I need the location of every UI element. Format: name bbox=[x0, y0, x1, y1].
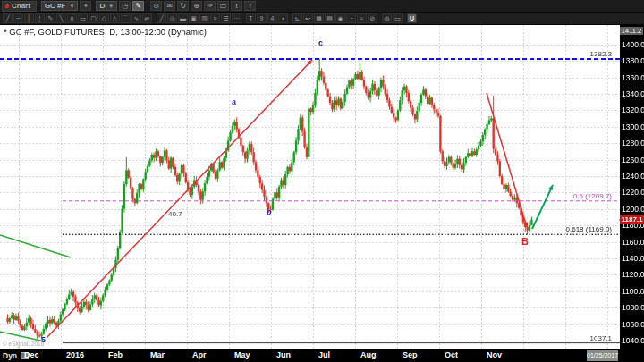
draw-tool-icon[interactable]: ✎ bbox=[132, 1, 144, 11]
measure-label: 40.7 bbox=[168, 210, 182, 218]
print-icon[interactable]: ✑ bbox=[204, 1, 216, 11]
level-label: 1382.3 bbox=[590, 50, 612, 58]
tool-icon[interactable]: ⊘ bbox=[368, 13, 377, 23]
quote-icon[interactable]: ⊙ bbox=[150, 1, 162, 11]
price-axis-label: 1160.0 bbox=[622, 238, 644, 247]
price-axis-label: 1240.0 bbox=[622, 172, 644, 181]
tool-icon[interactable]: ▬ bbox=[178, 13, 188, 23]
chart-tab[interactable]: Chart bbox=[2, 1, 37, 12]
facebook-icon[interactable]: f bbox=[244, 1, 256, 11]
tool-icon[interactable]: ▤ bbox=[325, 13, 335, 23]
tool-icon[interactable]: 4 bbox=[267, 13, 277, 23]
last-price-box: 1187.1 bbox=[620, 215, 644, 224]
price-axis-label: 1320.0 bbox=[622, 105, 644, 114]
underline-tool-icon[interactable]: U bbox=[407, 13, 417, 23]
session-high-box: 1411.2 bbox=[620, 27, 643, 35]
price-axis-label: 1140.0 bbox=[622, 254, 644, 263]
time-axis-label: Apr bbox=[192, 350, 207, 359]
tool-icon[interactable]: ⌒ bbox=[121, 13, 131, 23]
price-axis-label: 1060.0 bbox=[622, 320, 644, 329]
tool-icon[interactable]: 9 bbox=[257, 13, 267, 23]
time-axis-label: Dec bbox=[24, 350, 39, 359]
tool-icon[interactable]: ◇ bbox=[99, 13, 109, 23]
price-axis-label: 1080.0 bbox=[622, 303, 644, 312]
wave-label: c bbox=[318, 38, 323, 47]
price-axis-label: 1380.0 bbox=[622, 56, 644, 65]
tool-icon[interactable]: ☰ bbox=[221, 13, 231, 23]
twitter-icon[interactable]: t bbox=[231, 1, 242, 11]
time-axis-label: Jun bbox=[276, 350, 291, 359]
tool-icon[interactable]: ¦ bbox=[35, 13, 45, 23]
level-label: 0.5 (1209.7) bbox=[573, 192, 612, 200]
time-axis-label: Feb bbox=[108, 350, 123, 359]
wave-label: B bbox=[521, 236, 529, 247]
price-axis-label: 1400.0 bbox=[622, 40, 644, 49]
time-axis[interactable]: Dyn Dec2016FebMarAprMayJunJulAugSepOctNo… bbox=[0, 349, 644, 362]
tool-icon[interactable]: ▪ bbox=[278, 13, 288, 23]
tool-icon[interactable]: ╲ bbox=[56, 13, 66, 23]
tool-icon[interactable]: ◍ bbox=[382, 13, 392, 23]
price-axis-label: 1040.0 bbox=[622, 336, 644, 345]
time-axis-label: Oct bbox=[445, 350, 458, 359]
tool-icon[interactable]: ✎ bbox=[46, 13, 55, 23]
time-axis-label: May bbox=[234, 350, 250, 359]
time-axis-label: 2016 bbox=[66, 350, 84, 359]
chart-title: * GC #F, GOLD FUTURES, D, 13:00-12:00 (D… bbox=[4, 27, 207, 37]
price-axis-label: 1220.0 bbox=[622, 188, 644, 197]
tool-icon[interactable]: ↜ bbox=[303, 13, 313, 23]
level-label: 1037.1 bbox=[590, 334, 612, 342]
chevron-down-icon: ▼ bbox=[108, 4, 114, 9]
price-axis-label: 1340.0 bbox=[622, 89, 644, 98]
time-axis-label: Nov bbox=[487, 350, 502, 359]
time-axis-label: Sep bbox=[402, 350, 418, 359]
dyn-mode-label: Dyn bbox=[3, 351, 17, 360]
wave-label: 5 bbox=[41, 335, 46, 344]
drawing-toolbar: ╱─│¦✎╲⋔▭▢◇△⌒∿⇌╱◎▬▣▥≡☰⋯T94▪⊾↜▦▤◉◔≈⊘◍▭ U bbox=[0, 13, 644, 25]
symbol-input[interactable]: GC #F ▼ bbox=[41, 1, 79, 11]
layout-icon[interactable]: ▭ bbox=[217, 1, 229, 11]
tool-icon[interactable]: ▭ bbox=[78, 13, 88, 23]
esignal-chart-window: Chart GC #F ▼ ⌖ D ▼ ◷ ✎ ⊙✉↻⊕✑▭tf ╱─│¦✎╲⋔… bbox=[0, 0, 644, 362]
tool-icon[interactable]: ─ bbox=[13, 13, 23, 23]
alert-icon[interactable]: ✉ bbox=[164, 1, 175, 11]
tool-icon[interactable]: ≡ bbox=[210, 13, 220, 23]
esignal-watermark: © eSignal, 2016 bbox=[3, 341, 44, 347]
chevron-down-icon: ▼ bbox=[69, 4, 74, 9]
tool-icon[interactable]: ⇌ bbox=[142, 13, 152, 23]
tool-icon[interactable]: ◎ bbox=[167, 13, 177, 23]
tool-icon[interactable]: ▦ bbox=[314, 13, 324, 23]
refresh-icon[interactable]: ↻ bbox=[177, 1, 189, 11]
price-axis-label: 1300.0 bbox=[622, 122, 644, 131]
wave-label: a bbox=[232, 97, 236, 106]
main-toolbar: Chart GC #F ▼ ⌖ D ▼ ◷ ✎ ⊙✉↻⊕✑▭tf bbox=[0, 0, 644, 13]
tool-icon[interactable]: △ bbox=[110, 13, 120, 23]
tool-icon[interactable]: ▭ bbox=[393, 13, 402, 23]
tool-icon[interactable]: ⋔ bbox=[67, 13, 77, 23]
chart-pane: * GC #F, GOLD FUTURES, D, 13:00-12:00 (D… bbox=[0, 25, 620, 349]
tool-icon[interactable]: ◔ bbox=[346, 13, 356, 23]
price-axis-label: 1260.0 bbox=[622, 156, 644, 164]
time-axis-label: Aug bbox=[360, 350, 377, 359]
tool-icon[interactable]: ⋯ bbox=[232, 13, 242, 23]
tool-icon[interactable]: ≈ bbox=[357, 13, 367, 23]
chart-tab-icon bbox=[5, 4, 9, 8]
tool-icon[interactable]: ╱ bbox=[157, 13, 166, 23]
tool-icon[interactable]: ∿ bbox=[131, 13, 141, 23]
price-chart-canvas[interactable] bbox=[0, 25, 620, 349]
tool-icon[interactable]: ╱ bbox=[3, 13, 13, 23]
compare-icon[interactable]: ⌖ bbox=[80, 1, 91, 11]
chart-tab-label: Chart bbox=[12, 2, 30, 10]
tool-icon[interactable]: ◉ bbox=[335, 13, 345, 23]
axis-end-date: 01/25/2017 bbox=[587, 350, 618, 361]
time-axis-label: Jul bbox=[318, 350, 330, 359]
tool-icon[interactable]: T bbox=[246, 13, 256, 23]
tool-icon[interactable]: │ bbox=[24, 13, 34, 23]
price-axis[interactable]: 1411.2 1400.01380.01360.01340.01320.0130… bbox=[620, 25, 644, 349]
interval-select[interactable]: D ▼ bbox=[96, 1, 117, 11]
tool-icon[interactable]: ▢ bbox=[89, 13, 98, 23]
studies-icon[interactable]: ⊕ bbox=[191, 1, 202, 11]
tool-icon[interactable]: ▥ bbox=[199, 13, 209, 23]
tool-icon[interactable]: ▣ bbox=[189, 13, 199, 23]
time-session-icon[interactable]: ◷ bbox=[119, 1, 131, 11]
tool-icon[interactable]: ⊾ bbox=[292, 13, 302, 23]
